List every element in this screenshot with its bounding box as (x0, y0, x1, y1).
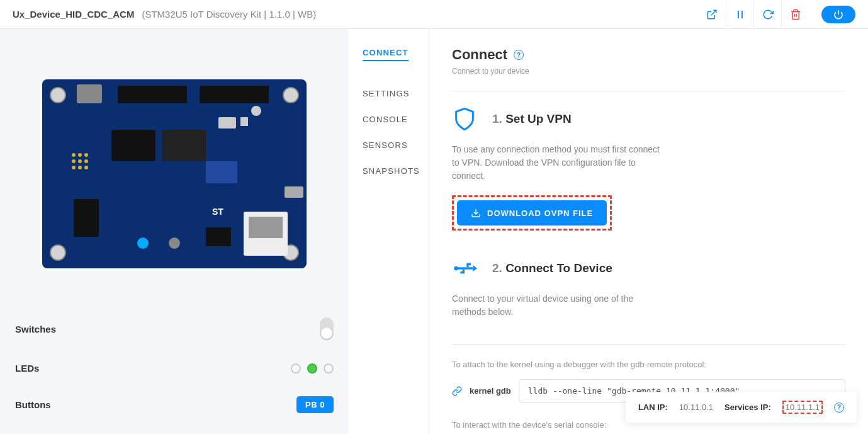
link-icon (452, 386, 462, 396)
svg-point-33 (72, 166, 76, 169)
svg-rect-18 (74, 199, 99, 237)
svg-point-27 (72, 153, 76, 157)
svg-rect-12 (118, 86, 187, 103)
delete-button[interactable] (781, 1, 809, 28)
download-ovpn-button[interactable]: DOWNLOAD OVPN FILE (457, 200, 607, 226)
led-1 (307, 363, 317, 374)
svg-point-8 (283, 88, 298, 103)
svg-point-35 (84, 166, 88, 169)
step2-desc: Connect to your virtual device using one… (452, 292, 666, 319)
svg-point-29 (84, 153, 88, 157)
tab-connect[interactable]: CONNECT (363, 48, 409, 61)
leds-label: LEDs (15, 363, 39, 374)
svg-marker-40 (473, 265, 477, 271)
project-name: Ux_Device_HID_CDC_ACM (13, 9, 134, 20)
svg-text:ST: ST (212, 207, 223, 217)
shield-icon (452, 106, 477, 132)
switches-toggle[interactable] (320, 317, 334, 340)
buttons-label: Buttons (15, 399, 51, 410)
refresh-button[interactable] (753, 1, 781, 28)
project-meta: (STM32U5 IoT Discovery Kit | 1.1.0 | WB) (142, 9, 316, 20)
tab-console[interactable]: CONSOLE (363, 115, 415, 124)
svg-rect-25 (240, 117, 248, 126)
svg-rect-17 (249, 217, 283, 238)
gdb-help-text: To attach to the kernel using a debugger… (452, 360, 845, 369)
step1-num: 1. (492, 112, 502, 125)
services-ip-highlight: 10.11.1.1 (782, 401, 823, 414)
help-icon[interactable]: ? (514, 50, 524, 60)
led-0 (291, 363, 301, 374)
svg-rect-23 (285, 186, 303, 198)
svg-point-26 (251, 106, 261, 116)
svg-rect-19 (206, 227, 231, 246)
svg-rect-14 (111, 130, 155, 161)
svg-rect-24 (218, 117, 236, 128)
pause-button[interactable] (726, 1, 753, 28)
lan-ip-label: LAN IP: (638, 403, 668, 412)
svg-line-0 (711, 10, 716, 15)
svg-point-30 (72, 159, 76, 163)
usb-icon (452, 256, 477, 281)
tab-sensors[interactable]: SENSORS (363, 140, 415, 150)
svg-point-7 (50, 88, 65, 103)
download-highlight: DOWNLOAD OVPN FILE (452, 195, 612, 231)
page-title: Connect (452, 47, 507, 63)
led-group (291, 363, 334, 374)
step2-num: 2. (492, 261, 502, 275)
tabs-sidebar: CONNECT SETTINGS CONSOLE SENSORS SNAPSHO… (349, 29, 429, 434)
tab-snapshots[interactable]: SNAPSHOTS (363, 166, 415, 176)
kernel-gdb-label: kernel gdb (470, 386, 511, 396)
svg-point-38 (454, 266, 458, 271)
download-icon (471, 208, 481, 218)
board-image: ST (13, 42, 336, 306)
svg-point-28 (78, 153, 82, 157)
switches-label: Switches (15, 324, 56, 334)
svg-point-34 (78, 166, 82, 169)
power-button[interactable] (821, 6, 855, 23)
download-ovpn-label: DOWNLOAD OVPN FILE (487, 208, 593, 218)
svg-rect-11 (77, 84, 102, 103)
svg-point-31 (78, 159, 82, 163)
external-link-button[interactable] (698, 1, 726, 28)
step1-desc: To use any connection method you must fi… (452, 143, 666, 183)
step2-title: Connect To Device (505, 261, 612, 275)
services-ip-label: Services IP: (724, 403, 771, 412)
services-ip-value: 10.11.1.1 (786, 403, 820, 412)
led-2 (324, 363, 334, 374)
svg-rect-39 (458, 267, 473, 269)
svg-point-21 (169, 237, 180, 249)
svg-rect-36 (206, 161, 237, 183)
svg-point-20 (137, 237, 149, 249)
page-subtitle: Connect to your device (452, 67, 845, 76)
svg-point-32 (84, 159, 88, 163)
svg-rect-13 (200, 86, 269, 103)
svg-rect-15 (162, 130, 206, 161)
device-preview-panel: ST Switches LEDs (0, 29, 349, 434)
svg-point-9 (50, 245, 65, 260)
ip-info-panel: LAN IP: 10.11.0.1 Services IP: 10.11.1.1… (626, 392, 857, 423)
tab-settings[interactable]: SETTINGS (363, 89, 415, 98)
step1-title: Set Up VPN (505, 112, 572, 125)
lan-ip-value: 10.11.0.1 (679, 403, 713, 412)
pb0-button[interactable]: PB 0 (296, 396, 334, 413)
ip-help-icon[interactable]: ? (834, 403, 844, 413)
